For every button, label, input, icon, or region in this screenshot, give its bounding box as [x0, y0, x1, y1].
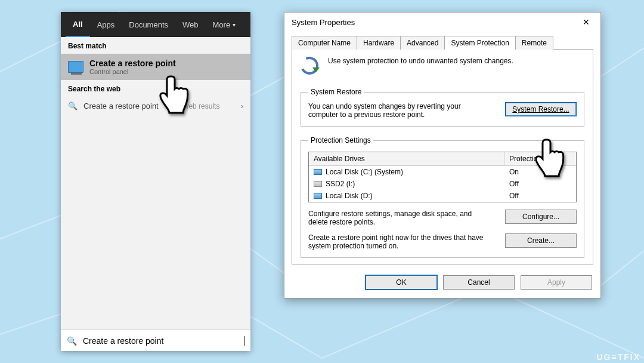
tab-advanced[interactable]: Advanced — [400, 36, 445, 50]
search-tab-documents[interactable]: Documents — [122, 12, 175, 37]
apply-button: Apply — [521, 275, 592, 290]
titlebar: System Properties ✕ — [284, 13, 600, 32]
best-match-title: Create a restore point — [89, 59, 176, 68]
configure-text: Configure restore settings, manage disk … — [308, 210, 487, 226]
close-icon: ✕ — [583, 17, 590, 27]
system-restore-button[interactable]: System Restore... — [505, 102, 577, 116]
drive-name: Local Disk (C:) (System) — [326, 168, 403, 176]
dialog-button-row: OK Cancel Apply — [284, 270, 600, 298]
search-empty-area — [61, 115, 250, 330]
drive-icon — [314, 181, 322, 187]
drive-row[interactable]: SSD2 (I:)Off — [309, 178, 576, 190]
search-web-item[interactable]: 🔍 Create a restore point - See web resul… — [61, 97, 250, 115]
protection-settings-legend: Protection Settings — [308, 136, 373, 144]
tab-system-protection[interactable]: System Protection — [444, 36, 515, 50]
intro-text: Use system protection to undo unwanted s… — [328, 57, 513, 65]
text-caret — [244, 336, 244, 346]
search-input-row: 🔍 — [61, 330, 250, 351]
best-match-item[interactable]: Create a restore point Control panel — [61, 54, 250, 80]
watermark: UG≡TFIX — [597, 352, 641, 362]
drive-list-header: Available Drives Protection — [309, 152, 576, 166]
col-available-drives: Available Drives — [309, 152, 504, 166]
search-tab-more[interactable]: More ▾ — [206, 12, 243, 37]
search-input[interactable] — [82, 336, 239, 346]
create-text: Create a restore point right now for the… — [308, 233, 487, 250]
drive-row[interactable]: Local Disk (D:)Off — [309, 190, 576, 202]
tab-hardware[interactable]: Hardware — [357, 36, 401, 50]
close-button[interactable]: ✕ — [574, 14, 598, 30]
ok-button[interactable]: OK — [366, 275, 437, 290]
restore-point-icon — [68, 61, 83, 73]
tab-computer-name[interactable]: Computer Name — [292, 36, 357, 50]
system-restore-legend: System Restore — [308, 88, 364, 96]
system-properties-dialog: System Properties ✕ Computer Name Hardwa… — [284, 12, 601, 299]
best-match-subtitle: Control panel — [89, 68, 176, 75]
search-web-header: Search the web — [61, 80, 250, 97]
drive-protection: On — [504, 166, 576, 178]
dialog-title: System Properties — [292, 18, 355, 27]
drive-protection: Off — [504, 178, 576, 190]
search-tab-apps[interactable]: Apps — [90, 12, 122, 37]
chevron-right-icon: › — [241, 101, 243, 110]
start-search-panel: All Apps Documents Web More ▾ Best match… — [61, 12, 250, 351]
create-button[interactable]: Create... — [505, 233, 577, 248]
intro-row: Use system protection to undo unwanted s… — [301, 57, 584, 78]
search-tabstrip: All Apps Documents Web More ▾ — [61, 12, 250, 37]
drive-icon — [314, 193, 322, 199]
drive-protection: Off — [504, 190, 576, 202]
drive-list[interactable]: Available Drives Protection Local Disk (… — [308, 152, 577, 202]
search-web-hint: - See web results — [165, 102, 220, 110]
tab-panel: Use system protection to undo unwanted s… — [292, 49, 593, 264]
col-protection: Protection — [504, 152, 576, 166]
system-restore-group: System Restore You can undo system chang… — [301, 88, 584, 127]
drive-icon — [314, 169, 322, 175]
search-web-text: Create a restore point — [83, 101, 159, 110]
drive-name: Local Disk (D:) — [326, 192, 373, 200]
chevron-down-icon: ▾ — [233, 21, 236, 28]
configure-button[interactable]: Configure... — [505, 210, 577, 224]
search-tab-more-label: More — [213, 20, 231, 29]
system-restore-text: You can undo system changes by reverting… — [308, 102, 475, 119]
dialog-tabstrip: Computer Name Hardware Advanced System P… — [284, 32, 600, 49]
search-tab-web[interactable]: Web — [175, 12, 206, 37]
cancel-button[interactable]: Cancel — [443, 275, 515, 290]
drive-name: SSD2 (I:) — [326, 180, 355, 188]
search-icon: 🔍 — [68, 101, 78, 110]
drive-row[interactable]: Local Disk (C:) (System)On — [309, 166, 576, 178]
search-icon: 🔍 — [67, 336, 77, 346]
search-tab-all[interactable]: All — [66, 12, 90, 37]
tab-remote[interactable]: Remote — [515, 36, 553, 50]
best-match-header: Best match — [61, 37, 250, 54]
system-protection-icon — [301, 57, 322, 78]
protection-settings-group: Protection Settings Available Drives Pro… — [301, 136, 584, 258]
